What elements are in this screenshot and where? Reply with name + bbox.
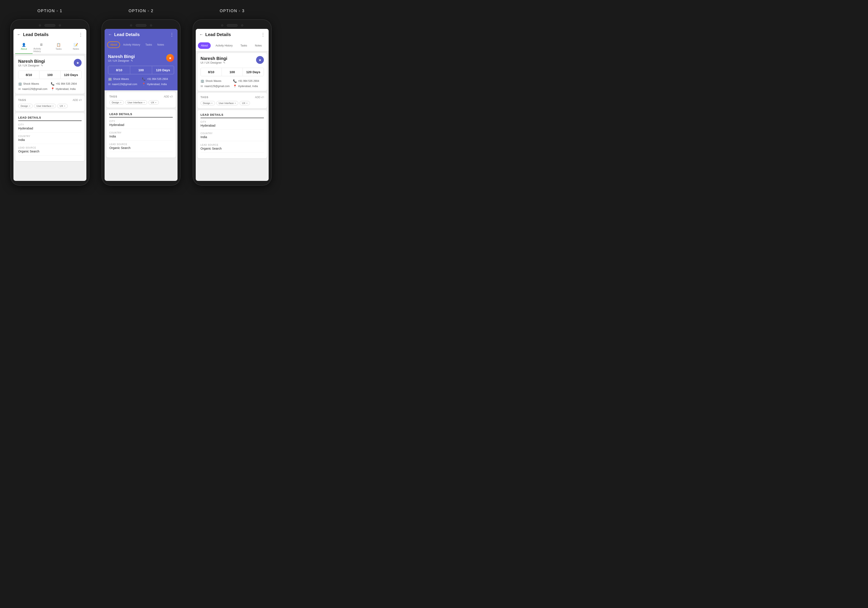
phones-container: ← Lead Details ⋮ 👤 About 🖥 Activity Hist… xyxy=(11,20,271,185)
more-menu-option1[interactable]: ⋮ xyxy=(79,32,83,37)
back-button-option3[interactable]: ← xyxy=(199,33,203,37)
lead-details-option3: LEAD DETAILS CITY Hyderabad COUNTRY Indi… xyxy=(197,110,267,158)
country-field: COUNTRY India xyxy=(18,135,82,144)
remove-tag-design[interactable]: × xyxy=(29,105,30,107)
contact-location2: 📍 Hyderabad, India xyxy=(142,82,174,86)
contact-location: 📍 Hyderabad, India xyxy=(51,87,82,91)
tab-about-option1[interactable]: 👤 About xyxy=(15,42,33,54)
phone-number: +91 994 535 2904 xyxy=(56,82,77,86)
company3-name: Shock Waves xyxy=(206,79,221,82)
remove-tag2-design[interactable]: × xyxy=(120,101,121,104)
tab-tasks-option1[interactable]: 📋 Tasks xyxy=(50,42,67,54)
contact-phone2: 📞 +91 994 535 2904 xyxy=(142,77,174,81)
city-field: CITY Hyderabad xyxy=(18,124,82,132)
country-label2: COUNTRY xyxy=(109,132,173,134)
edit-role-icon[interactable]: ✎ xyxy=(41,64,43,67)
app-option2: ← Lead Details ⋮ About Activity History … xyxy=(105,29,178,181)
add-tag-button-option3[interactable]: ADD 🏷 xyxy=(255,96,264,99)
tab-activity-option2[interactable]: Activity History xyxy=(121,42,143,48)
email3-address: naani129@gmail.com xyxy=(205,85,229,88)
add-tag-button-option1[interactable]: ADD 🏷 xyxy=(73,99,82,102)
tab-tasks-option3[interactable]: Tasks xyxy=(237,42,250,49)
edit-role-icon2[interactable]: ✎ xyxy=(131,59,133,62)
remove-tag2-ui[interactable]: × xyxy=(143,101,145,104)
stat-days: 120 Days xyxy=(60,71,81,79)
profile-card-option2: Naresh Bingi UI / UX Designer ✎ ★ 8/10 1… xyxy=(105,51,178,90)
email-icon: ✉ xyxy=(18,87,21,91)
more-menu-option3[interactable]: ⋮ xyxy=(261,32,265,37)
tab-notes-option3[interactable]: Notes xyxy=(252,42,265,49)
phone2-top-bar xyxy=(105,24,178,27)
contact-company: 🏢 Shock Waves xyxy=(18,82,49,86)
more-menu-option2[interactable]: ⋮ xyxy=(170,32,174,37)
remove-tag3-ux[interactable]: × xyxy=(246,102,248,104)
profile-role-option1: UI / UX Designer ✎ xyxy=(18,64,45,67)
lead-source-value: Organic Search xyxy=(18,149,82,153)
tab-activity-option3[interactable]: Activity History xyxy=(212,42,236,49)
location2-icon: 📍 xyxy=(142,82,146,86)
tag3-ui: User Interface × xyxy=(216,101,239,105)
add-tag2-icon: 🏷 xyxy=(170,95,173,98)
contact-company3: 🏢 Shock Waves xyxy=(200,79,231,83)
country-label: COUNTRY xyxy=(18,135,82,137)
lead-source-field: LEAD SOURCE Organic Search xyxy=(18,146,82,155)
email-address: naani129@gmail.com xyxy=(22,87,47,90)
tags-section-option1: TAGS ADD 🏷 Design × User Interface xyxy=(15,96,85,111)
contact-email: ✉ naani129@gmail.com xyxy=(18,87,49,91)
stat-count3: 100 xyxy=(222,68,243,76)
email2-address: naani129@gmail.com xyxy=(112,83,137,86)
lead-details-title-option1: LEAD DETAILS xyxy=(18,116,82,121)
remove-tag2-ux[interactable]: × xyxy=(155,101,157,104)
tags-container-option2: Design × User Interface × UX × xyxy=(109,100,173,105)
tab-notes-option2[interactable]: Notes xyxy=(155,42,166,48)
city-label: CITY xyxy=(18,124,82,126)
tab-tasks-option2[interactable]: Tasks xyxy=(143,42,154,48)
lead-source-value2: Organic Search xyxy=(109,146,173,149)
options-header: OPTION - 1 OPTION - 2 OPTION - 3 xyxy=(4,9,278,13)
email3-icon: ✉ xyxy=(200,84,203,88)
phone-option2: ← Lead Details ⋮ About Activity History … xyxy=(102,20,180,185)
about-tab-icon: 👤 xyxy=(22,43,26,47)
profile-card-option3: Naresh Bingi UI / UX Designer ✎ ★ 8/10 1… xyxy=(197,53,267,91)
company-icon: 🏢 xyxy=(18,82,22,86)
tab-about-option2[interactable]: About xyxy=(107,42,120,48)
about-tab-label: About xyxy=(21,48,27,50)
profile-name-option2: Naresh Bingi xyxy=(108,54,135,59)
camera-right-icon xyxy=(59,24,61,26)
remove-tag3-design[interactable]: × xyxy=(211,102,212,104)
tabs-option3: About Activity History Tasks Notes xyxy=(196,40,269,51)
star-button-option1[interactable]: ★ xyxy=(74,59,82,67)
company-name: Shock Waves xyxy=(23,82,39,86)
back-button-option1[interactable]: ← xyxy=(17,33,21,37)
title-option2: Lead Details xyxy=(114,32,140,37)
tab-notes-option1[interactable]: 📝 Notes xyxy=(67,42,85,54)
tabs-option2: About Activity History Tasks Notes xyxy=(105,40,178,51)
tag2-design: Design × xyxy=(109,100,124,105)
company2-icon: 🏢 xyxy=(108,77,112,81)
star-button-option3[interactable]: ★ xyxy=(256,56,264,64)
tab-about-option3[interactable]: About xyxy=(198,42,211,49)
location-text: Hyderabad, India xyxy=(56,87,76,90)
stat-days3: 120 Days xyxy=(243,68,264,76)
add-tag-button-option2[interactable]: ADD 🏷 xyxy=(164,95,173,98)
tag3-design: Design × xyxy=(200,101,215,105)
remove-tag-ux[interactable]: × xyxy=(64,105,65,107)
star-button-option2[interactable]: ★ xyxy=(166,54,174,62)
remove-tag3-ui[interactable]: × xyxy=(234,102,236,104)
remove-tag-ui[interactable]: × xyxy=(52,105,54,107)
tags-container-option1: Design × User Interface × UX × xyxy=(18,104,82,108)
lead-source-field2: LEAD SOURCE Organic Search xyxy=(109,143,173,152)
contact-location3: 📍 Hyderabad, India xyxy=(233,84,264,88)
activity-tab-label: Activity History xyxy=(33,47,49,53)
contact-email3: ✉ naani129@gmail.com xyxy=(200,84,231,88)
back-button-option2[interactable]: ← xyxy=(108,33,112,37)
tag2-ui: User Interface × xyxy=(125,100,147,105)
lead-details-title-option2: LEAD DETAILS xyxy=(109,112,173,117)
stats-row-option1: 8/10 100 120 Days xyxy=(18,71,82,79)
app-option3: ← Lead Details ⋮ About Activity History … xyxy=(196,29,269,181)
notes-tab-label: Notes xyxy=(73,48,79,50)
tab-activity-option1[interactable]: 🖥 Activity History xyxy=(33,42,50,54)
city-value2: Hyderabad xyxy=(109,123,173,127)
edit-role-icon3[interactable]: ✎ xyxy=(223,61,225,64)
phone3-icon: 📞 xyxy=(233,79,237,83)
